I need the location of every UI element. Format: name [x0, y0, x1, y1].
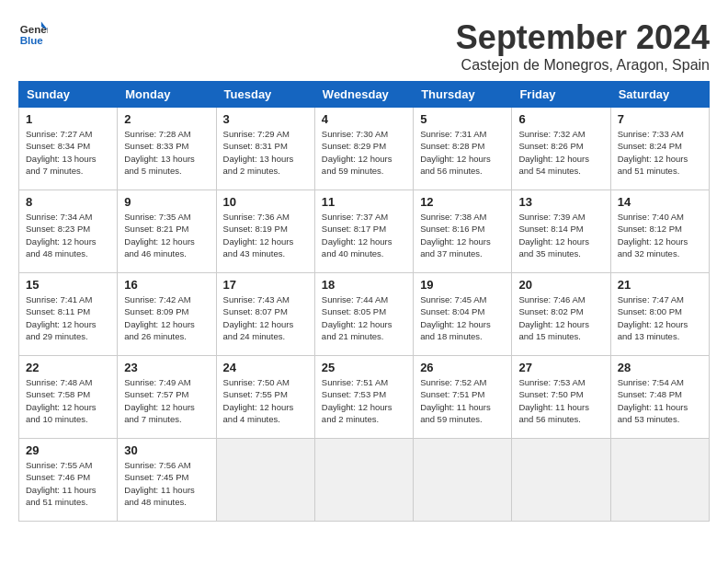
day-info: Sunrise: 7:47 AMSunset: 8:00 PMDaylight:… [618, 293, 702, 342]
day-number: 25 [322, 361, 406, 374]
day-number: 18 [322, 278, 406, 292]
day-number: 21 [618, 278, 702, 292]
weekday-header-row: SundayMondayTuesdayWednesdayThursdayFrid… [19, 82, 710, 108]
day-info: Sunrise: 7:48 AMSunset: 7:58 PMDaylight:… [26, 376, 110, 425]
calendar-cell: 22Sunrise: 7:48 AMSunset: 7:58 PMDayligh… [19, 356, 118, 439]
calendar-cell: 1Sunrise: 7:27 AMSunset: 8:34 PMDaylight… [19, 108, 118, 190]
day-number: 23 [124, 361, 209, 374]
calendar-cell: 7Sunrise: 7:33 AMSunset: 8:24 PMDaylight… [610, 108, 709, 190]
day-number: 20 [518, 278, 603, 292]
title-block: September 2024 Castejon de Monegros, Ara… [456, 18, 710, 74]
day-number: 14 [618, 195, 702, 209]
day-info: Sunrise: 7:55 AMSunset: 7:46 PMDaylight:… [26, 459, 110, 508]
page-header: General Blue September 2024 Castejon de … [18, 18, 710, 74]
weekday-header-sunday: Sunday [19, 82, 118, 108]
day-info: Sunrise: 7:30 AMSunset: 8:29 PMDaylight:… [322, 128, 406, 177]
day-info: Sunrise: 7:40 AMSunset: 8:12 PMDaylight:… [618, 211, 702, 259]
calendar-cell: 16Sunrise: 7:42 AMSunset: 8:09 PMDayligh… [118, 273, 216, 356]
day-number: 11 [322, 195, 406, 209]
calendar-cell: 10Sunrise: 7:36 AMSunset: 8:19 PMDayligh… [216, 190, 314, 273]
calendar-cell: 21Sunrise: 7:47 AMSunset: 8:00 PMDayligh… [610, 273, 709, 356]
day-number: 29 [26, 443, 110, 457]
day-number: 26 [420, 361, 505, 374]
day-number: 22 [26, 361, 110, 374]
day-info: Sunrise: 7:44 AMSunset: 8:05 PMDaylight:… [322, 293, 406, 342]
day-info: Sunrise: 7:38 AMSunset: 8:16 PMDaylight:… [420, 211, 505, 259]
weekday-header-tuesday: Tuesday [216, 82, 314, 108]
calendar-cell: 26Sunrise: 7:52 AMSunset: 7:51 PMDayligh… [414, 356, 512, 439]
location-title: Castejon de Monegros, Aragon, Spain [456, 57, 710, 74]
day-info: Sunrise: 7:34 AMSunset: 8:23 PMDaylight:… [26, 211, 110, 259]
calendar-cell: 28Sunrise: 7:54 AMSunset: 7:48 PMDayligh… [610, 356, 709, 439]
calendar-cell: 6Sunrise: 7:32 AMSunset: 8:26 PMDaylight… [512, 108, 610, 190]
calendar-cell: 11Sunrise: 7:37 AMSunset: 8:17 PMDayligh… [314, 190, 413, 273]
calendar-cell: 13Sunrise: 7:39 AMSunset: 8:14 PMDayligh… [512, 190, 610, 273]
calendar-cell: 27Sunrise: 7:53 AMSunset: 7:50 PMDayligh… [512, 356, 610, 439]
calendar-cell: 14Sunrise: 7:40 AMSunset: 8:12 PMDayligh… [610, 190, 709, 273]
calendar-cell: 17Sunrise: 7:43 AMSunset: 8:07 PMDayligh… [216, 273, 314, 356]
day-info: Sunrise: 7:35 AMSunset: 8:21 PMDaylight:… [124, 211, 209, 259]
week-row-3: 15Sunrise: 7:41 AMSunset: 8:11 PMDayligh… [19, 273, 710, 356]
weekday-header-saturday: Saturday [610, 82, 709, 108]
day-number: 6 [518, 112, 603, 126]
month-title: September 2024 [456, 18, 710, 57]
day-number: 15 [26, 278, 110, 292]
svg-text:Blue: Blue [20, 35, 44, 46]
calendar-cell: 19Sunrise: 7:45 AMSunset: 8:04 PMDayligh… [414, 273, 512, 356]
weekday-header-wednesday: Wednesday [314, 82, 413, 108]
day-info: Sunrise: 7:52 AMSunset: 7:51 PMDaylight:… [420, 376, 505, 425]
day-number: 17 [223, 278, 308, 292]
weekday-header-monday: Monday [118, 82, 216, 108]
calendar-cell [216, 439, 314, 522]
day-number: 5 [420, 112, 505, 126]
logo-icon: General Blue [18, 18, 48, 48]
day-info: Sunrise: 7:29 AMSunset: 8:31 PMDaylight:… [223, 128, 308, 177]
day-info: Sunrise: 7:45 AMSunset: 8:04 PMDaylight:… [420, 293, 505, 342]
day-number: 16 [124, 278, 209, 292]
week-row-4: 22Sunrise: 7:48 AMSunset: 7:58 PMDayligh… [19, 356, 710, 439]
day-info: Sunrise: 7:42 AMSunset: 8:09 PMDaylight:… [124, 293, 209, 342]
day-number: 28 [618, 361, 702, 374]
calendar-cell: 15Sunrise: 7:41 AMSunset: 8:11 PMDayligh… [19, 273, 118, 356]
day-number: 2 [124, 112, 209, 126]
day-number: 12 [420, 195, 505, 209]
day-number: 10 [223, 195, 308, 209]
day-info: Sunrise: 7:50 AMSunset: 7:55 PMDaylight:… [223, 376, 308, 425]
calendar-cell: 29Sunrise: 7:55 AMSunset: 7:46 PMDayligh… [19, 439, 118, 522]
week-row-5: 29Sunrise: 7:55 AMSunset: 7:46 PMDayligh… [19, 439, 710, 522]
day-info: Sunrise: 7:51 AMSunset: 7:53 PMDaylight:… [322, 376, 406, 425]
day-number: 8 [26, 195, 110, 209]
day-info: Sunrise: 7:28 AMSunset: 8:33 PMDaylight:… [124, 128, 209, 177]
calendar-cell [610, 439, 709, 522]
day-number: 7 [618, 112, 702, 126]
calendar-table: SundayMondayTuesdayWednesdayThursdayFrid… [18, 81, 710, 522]
day-number: 4 [322, 112, 406, 126]
weekday-header-thursday: Thursday [414, 82, 512, 108]
day-info: Sunrise: 7:32 AMSunset: 8:26 PMDaylight:… [518, 128, 603, 177]
day-number: 9 [124, 195, 209, 209]
calendar-cell: 4Sunrise: 7:30 AMSunset: 8:29 PMDaylight… [314, 108, 413, 190]
day-info: Sunrise: 7:53 AMSunset: 7:50 PMDaylight:… [518, 376, 603, 425]
day-info: Sunrise: 7:37 AMSunset: 8:17 PMDaylight:… [322, 211, 406, 259]
day-info: Sunrise: 7:36 AMSunset: 8:19 PMDaylight:… [223, 211, 308, 259]
day-number: 3 [223, 112, 308, 126]
day-number: 1 [26, 112, 110, 126]
calendar-cell: 23Sunrise: 7:49 AMSunset: 7:57 PMDayligh… [118, 356, 216, 439]
day-number: 30 [124, 443, 209, 457]
day-info: Sunrise: 7:39 AMSunset: 8:14 PMDaylight:… [518, 211, 603, 259]
calendar-cell: 12Sunrise: 7:38 AMSunset: 8:16 PMDayligh… [414, 190, 512, 273]
calendar-cell: 30Sunrise: 7:56 AMSunset: 7:45 PMDayligh… [118, 439, 216, 522]
week-row-1: 1Sunrise: 7:27 AMSunset: 8:34 PMDaylight… [19, 108, 710, 190]
calendar-cell: 5Sunrise: 7:31 AMSunset: 8:28 PMDaylight… [414, 108, 512, 190]
calendar-cell [512, 439, 610, 522]
weekday-header-friday: Friday [512, 82, 610, 108]
calendar-cell: 3Sunrise: 7:29 AMSunset: 8:31 PMDaylight… [216, 108, 314, 190]
calendar-cell [314, 439, 413, 522]
calendar-cell [414, 439, 512, 522]
day-number: 24 [223, 361, 308, 374]
day-info: Sunrise: 7:54 AMSunset: 7:48 PMDaylight:… [618, 376, 702, 425]
calendar-cell: 9Sunrise: 7:35 AMSunset: 8:21 PMDaylight… [118, 190, 216, 273]
day-info: Sunrise: 7:33 AMSunset: 8:24 PMDaylight:… [618, 128, 702, 177]
day-info: Sunrise: 7:27 AMSunset: 8:34 PMDaylight:… [26, 128, 110, 177]
day-number: 19 [420, 278, 505, 292]
